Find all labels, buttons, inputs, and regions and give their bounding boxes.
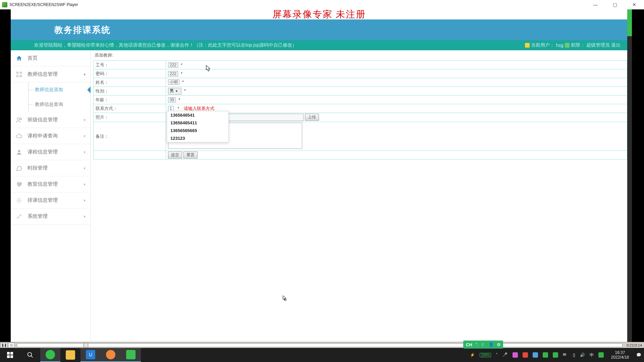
app-banner: 教务排课系统 — [11, 19, 627, 40]
tray-app-icon[interactable] — [513, 352, 518, 358]
form-title: 添加教师: — [93, 52, 627, 60]
autocomplete-option[interactable]: 1365646541 — [167, 111, 228, 119]
sidebar-sub-teacher-query[interactable]: 教师信息查询 — [11, 97, 90, 112]
autocomplete-option[interactable]: 13656565665 — [167, 127, 228, 134]
label-gender: 性别： — [94, 87, 166, 96]
svg-rect-12 — [10, 355, 13, 358]
taskbar-app-explorer[interactable] — [60, 348, 80, 362]
sidebar-item-home[interactable]: 首页 — [11, 50, 90, 66]
tray-battery[interactable]: 100% — [480, 353, 491, 357]
outer-scrollbar-thumb[interactable] — [627, 9, 632, 36]
autocomplete-option[interactable]: 123123 — [167, 134, 228, 142]
ime-punct-icon[interactable]: °, — [476, 342, 478, 347]
chevron-down-icon: ▾ — [84, 118, 86, 122]
action-center-icon[interactable]: 💬 — [636, 353, 641, 357]
input-name[interactable]: 小明 — [168, 79, 179, 85]
svg-rect-10 — [10, 352, 13, 355]
sidebar-item-course-apply[interactable]: 课程申请查询 ▾ — [11, 128, 90, 144]
tray-chevron-up-icon[interactable]: ˄ — [496, 353, 498, 357]
welcome-message: 欢迎登陆我站，希望能给你带来好心情，其他话语请您自己修改，谢谢合作！（注：此处文… — [34, 42, 297, 48]
taskbar-app-orange[interactable] — [101, 348, 121, 362]
teacher-form: 工号： 222* 密码： 222* 姓名： 小明* 性别： 男▼* 年龄： 35… — [93, 60, 627, 160]
input-contact[interactable]: 1 — [168, 106, 174, 111]
upload-button[interactable]: 上传 — [305, 114, 319, 121]
cloud-icon — [15, 132, 23, 140]
outer-scrollbar-track[interactable] — [627, 9, 632, 342]
home-icon — [15, 55, 23, 62]
tray-ime-indicator[interactable]: 中 — [590, 352, 594, 358]
reset-button[interactable]: 重置 — [183, 152, 198, 159]
tray-app-icon[interactable] — [533, 352, 538, 358]
ime-moon-icon[interactable]: ☾ — [482, 342, 485, 347]
player-pause-button[interactable]: ❚❚ — [1, 343, 7, 348]
input-id[interactable]: 222 — [168, 62, 178, 68]
tray-mic-icon[interactable]: 🎤 — [502, 352, 508, 358]
player-control-bar: ❚❚ ⦸ 0:21/3:14 — [0, 342, 644, 348]
sidebar-item-label: 时段管理 — [28, 165, 48, 171]
input-password[interactable]: 222 — [168, 71, 178, 76]
player-seek-thumb[interactable] — [84, 343, 88, 348]
role-value: 超级管理员 — [586, 42, 610, 48]
ime-user-icon[interactable]: 👤 — [489, 342, 494, 347]
tray-power-icon[interactable]: ⚡ — [470, 353, 475, 357]
taskbar-app-browser[interactable] — [40, 348, 60, 362]
tray-volume-icon[interactable]: 🔊 — [580, 353, 585, 357]
tray-mail-icon[interactable]: ✉ — [563, 352, 568, 358]
required-star: * — [177, 106, 179, 111]
window-close-button[interactable]: ✕ — [625, 0, 644, 9]
tray-sogou-icon[interactable] — [598, 352, 604, 358]
clock-date: 2022/4/18 — [611, 355, 629, 360]
label-id: 工号： — [94, 61, 166, 69]
player-stop-button[interactable]: ⦸ — [8, 343, 15, 348]
autocomplete-dropdown[interactable]: 1365646541 13656465411 13656565665 12312… — [167, 111, 229, 142]
taskbar-clock[interactable]: 16:37 2022/4/18 — [608, 350, 632, 360]
player-seek-track[interactable] — [17, 343, 623, 347]
svg-point-7 — [18, 199, 20, 201]
sidebar-item-label: 课程申请查询 — [28, 133, 58, 139]
user-icon — [525, 43, 530, 48]
required-star: * — [181, 71, 182, 76]
svg-rect-9 — [7, 352, 10, 355]
taskbar-app-todesk[interactable]: U — [80, 348, 101, 362]
gear-icon — [15, 197, 23, 204]
sidebar-item-class-info[interactable]: 班级信息管理 ▾ — [11, 112, 90, 128]
sidebar-item-system[interactable]: 系统管理 ▾ — [11, 208, 90, 225]
sidebar-item-label: 排课信息管理 — [28, 197, 58, 203]
sidebar-item-teacher-info[interactable]: 教师信息管理 ▾ — [11, 66, 90, 82]
sidebar-sub-teacher-add[interactable]: 教师信息添加 — [11, 82, 90, 97]
taskbar-app-recorder[interactable] — [121, 348, 141, 362]
tray-wechat-icon[interactable] — [553, 352, 558, 358]
tray-wechat-icon[interactable] — [543, 352, 548, 358]
system-tray: ⚡ 100% ˄ 🎤 ✉ ▯ 🔊 中 16:37 2022/4/18 💬 — [470, 350, 644, 360]
svg-point-2 — [17, 75, 18, 77]
label-remark: 备注： — [94, 122, 166, 151]
select-gender[interactable]: 男▼ — [168, 88, 181, 95]
sidebar-item-time-slot[interactable]: 时段管理 ▾ — [11, 160, 90, 176]
submit-button[interactable]: 提交 — [168, 152, 182, 159]
ime-toolbar[interactable]: CH °, ☾ 👤 ✿ — [463, 341, 503, 349]
user-info-area: 当前用户： hsg 权限： 超级管理员 退出 — [525, 42, 621, 48]
required-star: * — [182, 79, 184, 84]
tray-network-icon[interactable]: ▯ — [573, 353, 575, 357]
ime-settings-icon[interactable]: ✿ — [497, 342, 500, 347]
sidebar-item-schedule-info[interactable]: 排课信息管理 ▾ — [11, 192, 90, 208]
input-age[interactable]: 35 — [168, 97, 176, 103]
autocomplete-option[interactable]: 13656465411 — [167, 119, 228, 127]
svg-point-3 — [20, 75, 22, 77]
start-button[interactable] — [0, 348, 20, 362]
sidebar: 首页 教师信息管理 ▾ 教师信息添加 教师信息查询 — [11, 50, 91, 351]
taskbar-search-button[interactable] — [20, 348, 40, 362]
sidebar-item-classroom-info[interactable]: 教室信息管理 ▾ — [11, 176, 90, 192]
chevron-down-icon: ▾ — [84, 214, 86, 219]
sidebar-item-course-info[interactable]: 课程信息管理 ▾ — [11, 144, 90, 160]
ime-lang[interactable]: CH — [466, 342, 472, 347]
sidebar-item-label: 教室信息管理 — [28, 181, 58, 187]
label-contact: 联系方式： — [94, 104, 166, 113]
logout-link[interactable]: 退出 — [611, 42, 621, 48]
tray-shield-icon[interactable] — [523, 352, 528, 358]
sidebar-item-label: 课程信息管理 — [28, 149, 58, 155]
player-time-display: 0:21/3:14 — [625, 343, 644, 347]
clock-time: 16:37 — [611, 350, 629, 355]
sidebar-item-label: 教师信息管理 — [28, 71, 58, 77]
chevron-down-icon: ▾ — [84, 72, 86, 77]
